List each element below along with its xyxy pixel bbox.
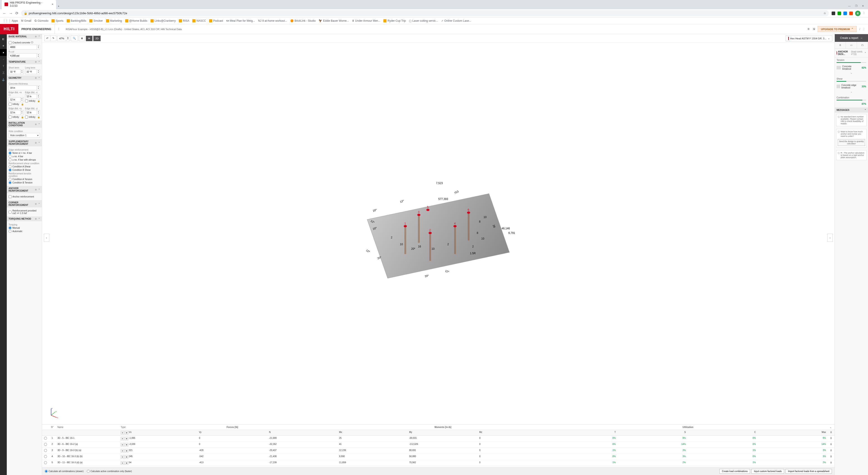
redo-button[interactable]: ↷ [51, 35, 56, 41]
shear-cond-radio[interactable] [8, 169, 11, 172]
menu-icon[interactable]: ⋮ [863, 12, 865, 15]
input-custom-button[interactable]: Input custom factored loads [751, 469, 784, 474]
menu-icon[interactable]: ⋮ [863, 28, 865, 31]
edge-reinf-radio[interactable] [8, 158, 11, 161]
shear-cond-radio[interactable] [8, 165, 11, 168]
section-corner-reinf[interactable]: CORNER REINFORCEMENT ☆⌃ [7, 200, 42, 207]
anchor-design-header[interactable]: ANCHOR DESI... (load comb. n°15) ⌃ [835, 49, 868, 57]
pager-prev[interactable]: ‹ [44, 234, 49, 242]
bookmark-item[interactable]: 🟠BrickLink - Studio [290, 19, 315, 22]
bookmark-item[interactable]: Links@Cranberry [151, 19, 176, 22]
nav-item-active[interactable]: ● [0, 49, 7, 56]
bookmark-item[interactable]: 🦅Eddie Bauer Wome... [319, 19, 349, 22]
info-icon[interactable]: ⓘ [31, 41, 33, 44]
info-icon[interactable]: ⓘ [8, 94, 11, 96]
calc-active-radio[interactable]: Calculate active combination only (faste… [87, 470, 132, 473]
expand-icon[interactable]: ⌄ [837, 71, 866, 75]
edge-reinf-radio[interactable] [8, 152, 11, 154]
anchor-reinf-checkbox[interactable] [8, 195, 11, 198]
edge-ny-input[interactable]: ▲▼ [25, 110, 40, 115]
infinity-checkbox[interactable] [25, 116, 28, 119]
infinity-checkbox[interactable] [8, 116, 11, 119]
trash-icon[interactable]: 🗑 [828, 442, 835, 448]
search-button[interactable]: 🔍 [71, 35, 78, 41]
edge-nx-input[interactable]: ▲▼ [25, 94, 40, 99]
bookmark-item[interactable]: NASCC [192, 19, 206, 22]
bookmark-item[interactable]: Marketing [106, 19, 122, 22]
bookmark-item[interactable]: MGmail [21, 19, 31, 22]
nav-item[interactable]: T [0, 63, 7, 69]
nav-item[interactable]: ⚓ [0, 76, 7, 83]
pager-next[interactable]: › [827, 234, 833, 242]
create-report-button[interactable]: Create a report→ [835, 34, 868, 42]
report-tab[interactable]: 🗎 [835, 42, 846, 49]
edge-py-input[interactable]: ▲▼ [8, 110, 24, 115]
table-row[interactable]: 3 3D - 9 - IBC 16-3 (b) (a) + ✦ 321 -428… [42, 448, 835, 454]
temp-short-input[interactable]: ▲▼ [8, 69, 24, 74]
infinity-checkbox[interactable] [25, 99, 28, 102]
fit-button[interactable]: ⊕ [79, 35, 85, 41]
bookmark-item[interactable]: @Home Builds [125, 19, 147, 22]
temp-long-input[interactable]: ▲▼ [25, 69, 40, 74]
axis-gizmo[interactable]: z x y [46, 406, 60, 420]
forward-icon[interactable]: → [9, 11, 13, 16]
thickness-input[interactable]: ▲▼ [8, 86, 40, 90]
calc-all-radio[interactable]: Calculate all combinations (slower) [45, 470, 84, 473]
edge-px-input[interactable]: ▲▼ [8, 97, 24, 102]
torque-radio[interactable] [8, 230, 11, 233]
undo-button[interactable]: ↶ [44, 35, 51, 41]
row-radio[interactable] [44, 437, 47, 440]
expand-icon[interactable]: ⌄ [837, 90, 866, 94]
close-tab-icon[interactable]: × [52, 3, 53, 6]
trash-icon[interactable]: 🗑 [828, 430, 835, 436]
upgrade-button[interactable]: UPGRADE TO PREMIUM⌃ [817, 26, 857, 32]
bookmark-item[interactable]: ✓Online Custom Lase... [441, 19, 471, 22]
zoom-stepper[interactable]: ▲▼ [66, 36, 70, 41]
row-radio[interactable] [44, 455, 47, 458]
nav-item[interactable]: ★ [0, 42, 7, 49]
fccyl-input[interactable]: ▲▼ [8, 53, 40, 58]
anchor-model[interactable]: 7,523 577,393 753 46,146 6,791 20* 12* 2… [359, 186, 518, 281]
tension-cond-radio[interactable] [8, 178, 11, 181]
table-row[interactable]: 5 3D - 11 - IBC 16-3 (d) (a) + ✦ 54 -413… [42, 460, 835, 466]
tension-cond-radio[interactable] [8, 181, 11, 184]
nav-item[interactable]: ⟋ [0, 56, 7, 63]
bookmark-item[interactable]: RISA [179, 19, 189, 22]
lock-icon[interactable]: 🔒 [21, 103, 24, 106]
maximize-icon[interactable]: ❐ [855, 4, 857, 7]
trash-icon[interactable]: 🗑 [828, 454, 835, 460]
report-tab[interactable]: ▭ [846, 42, 857, 49]
table-row[interactable]: 4 3D - 10 - IBC 16-3 (b) (b) + ✦ 245 -54… [42, 454, 835, 460]
bookmark-item[interactable]: 🍽Meal Plan for Weig... [226, 19, 255, 22]
row-radio[interactable] [44, 443, 47, 446]
edge-reinf-radio[interactable] [8, 155, 11, 158]
view-2d-button[interactable]: 2D [93, 36, 101, 41]
messages-header[interactable]: MESSAGES⌃ [835, 108, 868, 113]
menu-icon[interactable]: ⋮ [55, 28, 63, 31]
bookmark-item[interactable]: Ryder Cup Trip [383, 19, 406, 22]
bookmark-item[interactable]: Banking/Bills [67, 19, 86, 22]
profile-avatar[interactable]: B [855, 11, 861, 16]
visibility-button[interactable]: 👁 [86, 36, 92, 41]
bookmark-item[interactable]: Sports [52, 19, 64, 22]
minimize-icon[interactable]: — [848, 4, 850, 7]
ext-icon[interactable] [832, 11, 835, 15]
create-load-button[interactable]: Create load combinations [719, 469, 750, 474]
ext-icon[interactable] [837, 11, 841, 15]
back-icon[interactable]: ← [3, 11, 6, 16]
trash-icon[interactable]: 🗑 [828, 436, 835, 442]
row-radio[interactable] [44, 449, 47, 452]
star-icon[interactable]: ☆ [824, 11, 826, 15]
trash-icon[interactable]: 🗑 [828, 460, 835, 466]
tension-row[interactable]: Concrete breakout 82% [837, 64, 866, 71]
table-row[interactable]: 2 3D - 6 - IBC 16-2 (a) + ✦ -3,039 0 -32… [42, 442, 835, 448]
hole-select[interactable]: Hole condition 1▾ [8, 133, 40, 138]
new-tab-button[interactable]: + [56, 3, 61, 9]
section-anchor-reinf[interactable]: ANCHOR REINFORCEMENT ☆⌃ [7, 186, 42, 193]
section-base-material[interactable]: BASE MATERIAL ☆⌃ [7, 34, 42, 39]
gear-icon[interactable]: ⚙ [807, 28, 810, 31]
ext-icon[interactable] [849, 11, 853, 15]
save-icon[interactable]: 🖫 [813, 28, 815, 31]
ext-icon[interactable] [843, 11, 847, 15]
quantity-calc-button[interactable]: Send the design to quantity calculator [838, 139, 865, 146]
